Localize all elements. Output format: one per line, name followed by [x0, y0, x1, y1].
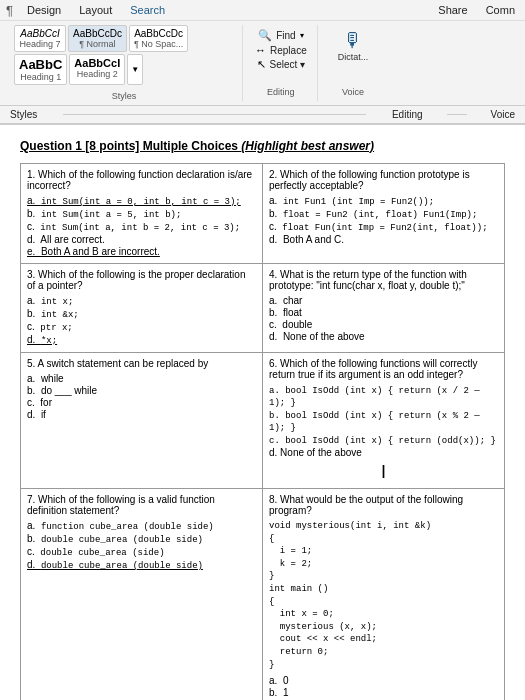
- tab-search[interactable]: Search: [126, 2, 169, 18]
- styles-bar-left: Styles: [10, 109, 37, 120]
- question-table: 1. Which of the following function decla…: [20, 163, 505, 700]
- list-item: a. int Fun1 (int Imp = Fun2());: [269, 195, 498, 207]
- list-item: c. ptr x;: [27, 321, 256, 333]
- tab-design[interactable]: Design: [23, 2, 65, 18]
- list-item: b. do ___ while: [27, 385, 256, 396]
- chevron-down-icon: ▼: [131, 65, 139, 74]
- list-item: c. for: [27, 397, 256, 408]
- q4-options: a. char b. float c. double d. None of th…: [269, 295, 498, 342]
- list-item: b. bool IsOdd (int x) { return (x % 2 — …: [269, 409, 498, 433]
- question-header: Question 1 [8 points] Multiple Choices (…: [20, 139, 505, 153]
- list-item: c. double cube_area (side): [27, 546, 256, 558]
- search-icon: 🔍: [258, 29, 272, 42]
- list-item: d. None of the above: [269, 331, 498, 342]
- list-item: a. char: [269, 295, 498, 306]
- q8-code: void mysterious(int i, int &k) { i = 1; …: [269, 520, 498, 671]
- dictate-label: Dictat...: [338, 52, 369, 62]
- list-item: b. double cube_area (double side): [27, 533, 256, 545]
- style-heading1[interactable]: AaBbC Heading 1: [14, 54, 67, 85]
- question-title: Question 1 [8 points] Multiple Choices: [20, 139, 238, 153]
- list-item: d. double cube_area (double side): [27, 559, 256, 571]
- q8-cell: 8. What would be the output of the follo…: [263, 489, 505, 701]
- ribbon-body: AaBbCcI Heading 7 AaBbCcDc ¶ Normal AaBb…: [0, 21, 525, 106]
- list-item: a. bool IsOdd (int x) { return (x / 2 — …: [269, 384, 498, 408]
- q7-options: a. function cube_area (double side) b. d…: [27, 520, 256, 571]
- list-item: d. None of the above: [269, 447, 498, 458]
- styles-group: AaBbCcI Heading 7 AaBbCcDc ¶ Normal AaBb…: [6, 25, 243, 101]
- list-item: b. int Sum(int a = 5, int b);: [27, 208, 256, 220]
- list-item: b. float = Fun2 (int, float) Fun1(Imp);: [269, 208, 498, 220]
- tab-comn[interactable]: Comn: [482, 2, 519, 18]
- list-item: b. int &x;: [27, 308, 256, 320]
- list-item: c. int Sum(int a, int b = 2, int c = 3);: [27, 221, 256, 233]
- highlight-note: (Highlight best answer): [241, 139, 374, 153]
- list-item: a. while: [27, 373, 256, 384]
- replace-button[interactable]: Replace: [270, 45, 307, 56]
- styles-dropdown[interactable]: ▼: [127, 54, 143, 85]
- q8-text: 8. What would be the output of the follo…: [269, 494, 498, 516]
- q4-cell: 4. What is the return type of the functi…: [263, 264, 505, 353]
- q1-text: 1. Which of the following function decla…: [27, 169, 256, 191]
- table-row: 7. Which of the following is a valid fun…: [21, 489, 505, 701]
- microphone-icon: 🎙: [343, 29, 363, 52]
- table-row: 1. Which of the following function decla…: [21, 164, 505, 264]
- table-row: 5. A switch statement can be replaced by…: [21, 353, 505, 489]
- q2-text: 2. Which of the following function proto…: [269, 169, 498, 191]
- find-row: 🔍 Find ▾: [258, 29, 303, 42]
- voice-label: Voice: [342, 83, 364, 97]
- list-item: c. float Fun(int Imp = Fun2(int, float))…: [269, 221, 498, 233]
- q5-text: 5. A switch statement can be replaced by: [27, 358, 256, 369]
- list-item: a. 0: [269, 675, 498, 686]
- paragraph-icon: ¶: [6, 3, 13, 18]
- q8-options: a. 0 b. 1 c. 2 d. None of the above: [269, 675, 498, 700]
- style-heading2[interactable]: AaBbCcI Heading 2: [69, 54, 125, 85]
- list-item: a. int x;: [27, 295, 256, 307]
- styles-bar: Styles Editing Voice: [0, 106, 525, 124]
- find-dropdown-icon[interactable]: ▾: [300, 31, 304, 40]
- page-content: Question 1 [8 points] Multiple Choices (…: [0, 125, 525, 700]
- ribbon-tab-bar: ¶ Design Layout Search Share Comn: [0, 0, 525, 21]
- q5-cell: 5. A switch statement can be replaced by…: [21, 353, 263, 489]
- voice-group: 🎙 Dictat... Voice: [320, 25, 387, 101]
- style-normal[interactable]: AaBbCcDc ¶ Normal: [68, 25, 127, 52]
- styles-bar-right: Editing: [392, 109, 423, 120]
- q7-cell: 7. Which of the following is a valid fun…: [21, 489, 263, 701]
- tab-layout[interactable]: Layout: [75, 2, 116, 18]
- cursor-icon: ↖: [257, 58, 266, 71]
- editing-label: Editing: [267, 83, 295, 97]
- q3-cell: 3. Which of the following is the proper …: [21, 264, 263, 353]
- select-button[interactable]: Select ▾: [270, 59, 306, 70]
- q2-options: a. int Fun1 (int Imp = Fun2()); b. float…: [269, 195, 498, 245]
- find-button[interactable]: Find: [276, 30, 295, 41]
- replace-icon: ↔: [255, 44, 266, 56]
- list-item: b. float: [269, 307, 498, 318]
- style-nospace[interactable]: AaBbCcDc ¶ No Spac...: [129, 25, 188, 52]
- list-item: c. double: [269, 319, 498, 330]
- style-heading7[interactable]: AaBbCcI Heading 7: [14, 25, 66, 52]
- dictate-area[interactable]: 🎙 Dictat...: [330, 29, 377, 62]
- q5-options: a. while b. do ___ while c. for d. if: [27, 373, 256, 420]
- styles-label: Styles: [112, 87, 137, 101]
- select-row: ↖ Select ▾: [257, 58, 306, 71]
- q1-cell: 1. Which of the following function decla…: [21, 164, 263, 264]
- list-item: d. if: [27, 409, 256, 420]
- list-item: e. Both A and B are incorrect.: [27, 246, 256, 257]
- list-item: b. 1: [269, 687, 498, 698]
- q3-text: 3. Which of the following is the proper …: [27, 269, 256, 291]
- q6-cell: 6. Which of the following functions will…: [263, 353, 505, 489]
- q7-text: 7. Which of the following is a valid fun…: [27, 494, 256, 516]
- q2-cell: 2. Which of the following function proto…: [263, 164, 505, 264]
- list-item: d. *x;: [27, 334, 256, 346]
- list-item: d. Both A and C.: [269, 234, 498, 245]
- q1-options: a. int Sum(int a = 0, int b, int c = 3);…: [27, 195, 256, 257]
- list-item: d. All are correct.: [27, 234, 256, 245]
- styles-bar-voice: Voice: [491, 109, 515, 120]
- q3-options: a. int x; b. int &x; c. ptr x; d. *x;: [27, 295, 256, 346]
- editing-group: 🔍 Find ▾ ↔ Replace ↖ Select ▾ Editing: [245, 25, 318, 101]
- q6-text: 6. Which of the following functions will…: [269, 358, 498, 380]
- list-item: a. int Sum(int a = 0, int b, int c = 3);: [27, 195, 256, 207]
- tab-share[interactable]: Share: [434, 2, 471, 18]
- q6-options: a. bool IsOdd (int x) { return (x / 2 — …: [269, 384, 498, 458]
- ribbon: ¶ Design Layout Search Share Comn AaBbCc…: [0, 0, 525, 125]
- q4-text: 4. What is the return type of the functi…: [269, 269, 498, 291]
